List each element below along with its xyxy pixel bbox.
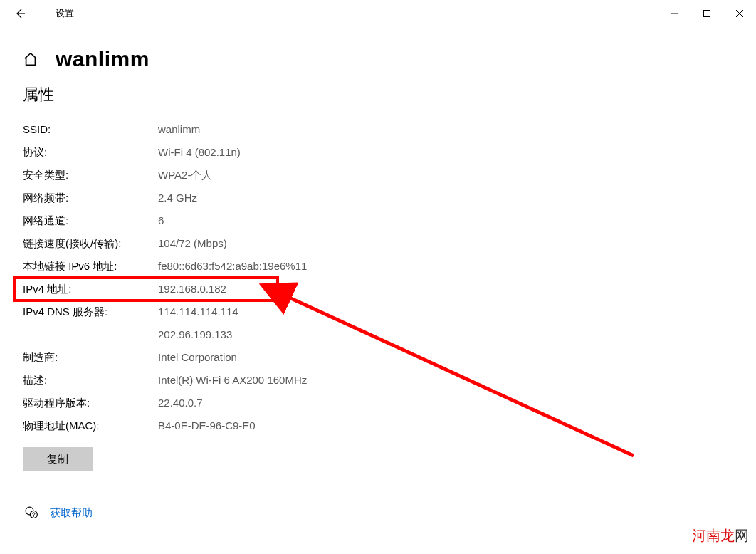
prop-value: wanlimm: [158, 118, 200, 141]
prop-label: 协议:: [23, 141, 158, 164]
prop-value: 192.168.0.182: [158, 278, 226, 300]
prop-value: 114.114.114.114 202.96.199.133: [158, 300, 238, 346]
minimize-button[interactable]: [658, 0, 691, 27]
prop-value: Intel Corporation: [158, 346, 237, 369]
watermark-suffix: 网: [735, 528, 749, 543]
prop-row-vendor: 制造商: Intel Corporation: [23, 346, 733, 369]
back-button[interactable]: [6, 0, 34, 27]
prop-row-ssid: SSID: wanlimm: [23, 118, 733, 141]
prop-label: 网络频带:: [23, 187, 158, 209]
window-title: 设置: [56, 7, 74, 20]
prop-value: fe80::6d63:f542:a9ab:19e6%11: [158, 255, 307, 278]
prop-row-band: 网络频带: 2.4 GHz: [23, 187, 733, 209]
prop-value: 22.40.0.7: [158, 392, 203, 414]
prop-value: Intel(R) Wi-Fi 6 AX200 160MHz: [158, 369, 307, 392]
svg-rect-0: [704, 11, 710, 17]
maximize-icon: [703, 10, 710, 17]
content-area: wanlimm 属性 SSID: wanlimm 协议: Wi-Fi 4 (80…: [0, 27, 756, 471]
page-title: wanlimm: [56, 47, 149, 71]
prop-row-dns: IPv4 DNS 服务器: 114.114.114.114 202.96.199…: [23, 300, 733, 346]
copy-button[interactable]: 复制: [23, 447, 93, 471]
svg-point-3: [33, 516, 34, 517]
prop-row-ipv4: IPv4 地址: 192.168.0.182: [14, 278, 278, 300]
prop-label: 本地链接 IPv6 地址:: [23, 255, 158, 278]
prop-label: IPv4 地址:: [23, 278, 158, 300]
minimize-icon: [671, 10, 678, 17]
prop-label: 描述:: [23, 369, 158, 392]
prop-row-protocol: 协议: Wi-Fi 4 (802.11n): [23, 141, 733, 164]
prop-label: 驱动程序版本:: [23, 392, 158, 414]
prop-label: 网络通道:: [23, 209, 158, 232]
prop-label: 安全类型:: [23, 164, 158, 187]
section-title: 属性: [23, 84, 733, 105]
watermark-brand: 河南龙: [692, 528, 735, 543]
home-icon[interactable]: [23, 51, 38, 67]
prop-value: 2.4 GHz: [158, 187, 197, 209]
chat-help-icon: [24, 506, 38, 520]
prop-row-security: 安全类型: WPA2-个人: [23, 164, 733, 187]
maximize-button[interactable]: [691, 0, 723, 27]
prop-label: 链接速度(接收/传输):: [23, 232, 158, 255]
prop-value: Wi-Fi 4 (802.11n): [158, 141, 241, 164]
close-button[interactable]: [723, 0, 756, 27]
prop-row-ipv6local: 本地链接 IPv6 地址: fe80::6d63:f542:a9ab:19e6%…: [23, 255, 733, 278]
prop-label: 制造商:: [23, 346, 158, 369]
page-header: wanlimm: [23, 47, 733, 71]
prop-row-driver: 驱动程序版本: 22.40.0.7: [23, 392, 733, 414]
prop-label: IPv4 DNS 服务器:: [23, 300, 158, 346]
prop-value: B4-0E-DE-96-C9-E0: [158, 414, 256, 437]
back-arrow-icon: [14, 8, 26, 19]
prop-row-channel: 网络通道: 6: [23, 209, 733, 232]
prop-value: 6: [158, 209, 164, 232]
prop-value: 104/72 (Mbps): [158, 232, 227, 255]
prop-row-desc: 描述: Intel(R) Wi-Fi 6 AX200 160MHz: [23, 369, 733, 392]
prop-value: WPA2-个人: [158, 164, 212, 187]
close-icon: [736, 10, 743, 17]
prop-label: 物理地址(MAC):: [23, 414, 158, 437]
prop-row-mac: 物理地址(MAC): B4-0E-DE-96-C9-E0: [23, 414, 733, 437]
prop-row-linkspeed: 链接速度(接收/传输): 104/72 (Mbps): [23, 232, 733, 255]
get-help-link[interactable]: 获取帮助: [50, 506, 93, 520]
prop-label: SSID:: [23, 118, 158, 141]
watermark: 河南龙网: [692, 526, 749, 545]
titlebar: 设置: [0, 0, 756, 27]
properties-list: SSID: wanlimm 协议: Wi-Fi 4 (802.11n) 安全类型…: [23, 118, 733, 437]
help-row: 获取帮助: [24, 506, 93, 520]
